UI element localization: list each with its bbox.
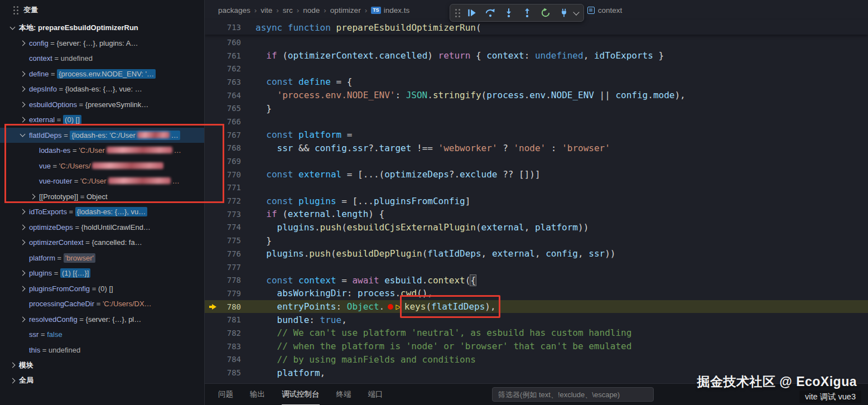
toolbar-drag-grip-icon[interactable] bbox=[455, 9, 460, 17]
breadcrumb-item[interactable]: TSindex.ts bbox=[371, 6, 409, 15]
breakpoint-margin[interactable] bbox=[205, 208, 220, 221]
breakpoint-margin[interactable] bbox=[205, 89, 220, 102]
line-number[interactable]: 785 bbox=[220, 368, 241, 377]
breakpoint-margin[interactable] bbox=[205, 221, 220, 234]
scope-row[interactable]: 全局 bbox=[0, 373, 204, 389]
variable-row[interactable]: idToExports = {lodash-es: {…}, vu… bbox=[0, 204, 204, 220]
console-filter-input[interactable] bbox=[492, 387, 654, 402]
code-text[interactable]: } bbox=[241, 235, 272, 246]
breadcrumb-item[interactable]: node bbox=[303, 6, 320, 15]
line-number[interactable]: 783 bbox=[220, 342, 241, 351]
line-number[interactable]: 760 bbox=[220, 38, 241, 47]
breakpoint-margin[interactable] bbox=[205, 353, 220, 367]
code-text[interactable]: platform, bbox=[241, 368, 325, 378]
step-into-button[interactable] bbox=[502, 6, 515, 20]
breadcrumb-item[interactable]: vite bbox=[261, 6, 272, 15]
code-text[interactable]: const plugins = [...pluginsFromConfig] bbox=[241, 196, 470, 206]
variable-row[interactable]: lodash-es = 'C:/User… bbox=[0, 143, 204, 158]
variable-row[interactable]: external = (0) [] bbox=[0, 112, 204, 128]
line-number[interactable]: 781 bbox=[220, 315, 241, 324]
breakpoint-margin[interactable] bbox=[205, 287, 220, 300]
breakpoint-margin[interactable] bbox=[205, 75, 220, 89]
breakpoint-margin[interactable] bbox=[205, 273, 220, 287]
line-number[interactable]: 766 bbox=[220, 117, 241, 126]
line-number[interactable]: 780 bbox=[220, 302, 241, 311]
step-over-button[interactable] bbox=[484, 6, 497, 20]
line-number[interactable]: 778 bbox=[220, 276, 241, 285]
breadcrumb-item[interactable]: src bbox=[283, 6, 293, 15]
panel-tab[interactable]: 问题 bbox=[218, 384, 233, 405]
line-number[interactable]: 772 bbox=[220, 196, 241, 205]
line-number[interactable]: 775 bbox=[220, 236, 241, 245]
breakpoint-margin[interactable] bbox=[205, 142, 220, 155]
code-text[interactable]: 'process.env.NODE_ENV': JSON.stringify(p… bbox=[241, 90, 686, 100]
variable-row[interactable]: platform = 'browser' bbox=[0, 250, 204, 266]
variable-row[interactable]: pluginsFromConfig = (0) [] bbox=[0, 281, 204, 297]
variable-row[interactable]: processingCacheDir = 'C:/Users/DX… bbox=[0, 296, 204, 312]
breakpoint-margin[interactable] bbox=[205, 62, 220, 75]
variable-row[interactable]: ssr = false bbox=[0, 327, 204, 343]
line-number[interactable]: 782 bbox=[220, 329, 241, 338]
variable-row[interactable]: [[Prototype]] = Object bbox=[0, 189, 204, 205]
breakpoint-margin[interactable] bbox=[205, 49, 220, 62]
variable-row[interactable]: plugins = (1) [{…}] bbox=[0, 266, 204, 281]
line-number[interactable]: 777 bbox=[220, 263, 241, 272]
panel-tab[interactable]: 输出 bbox=[250, 384, 265, 405]
code-text[interactable]: entryPoints: Object.▷keys(flatIdDeps), bbox=[241, 300, 498, 314]
variable-row[interactable]: flatIdDeps = {lodash-es: 'C:/User… bbox=[0, 128, 204, 143]
line-number[interactable]: 779 bbox=[220, 289, 241, 298]
line-number[interactable]: 773 bbox=[220, 210, 241, 219]
code-text[interactable]: plugins.push(esbuildCjsExternalPlugin(ex… bbox=[241, 222, 589, 233]
panel-tab[interactable]: 终端 bbox=[336, 384, 351, 405]
breakpoint-margin[interactable] bbox=[205, 115, 220, 128]
line-number[interactable]: 776 bbox=[220, 249, 241, 258]
breadcrumb-item[interactable]: context bbox=[587, 6, 623, 15]
code-text[interactable]: plugins.push(esbuildDepPlugin(flatIdDeps… bbox=[241, 248, 615, 259]
code-text[interactable]: } bbox=[241, 103, 272, 114]
breadcrumb-item[interactable]: optimizer bbox=[330, 6, 361, 15]
variable-row[interactable]: define = {process.env.NODE_ENV: '… bbox=[0, 66, 204, 82]
panel-tab[interactable]: 端口 bbox=[368, 384, 383, 405]
variable-row[interactable]: config = {server: {…}, plugins: A… bbox=[0, 36, 204, 51]
code-text[interactable]: const context = await esbuild.context({ bbox=[241, 275, 476, 286]
breakpoint-margin[interactable] bbox=[205, 155, 220, 168]
line-number[interactable]: 765 bbox=[220, 104, 241, 113]
breakpoint-margin[interactable] bbox=[205, 102, 220, 115]
variable-row[interactable]: context = undefined bbox=[0, 51, 204, 66]
code-text[interactable]: async function prepareEsbuildOptimizerRu… bbox=[241, 22, 481, 33]
variable-row[interactable]: esbuildOptions = {preserveSymlink… bbox=[0, 97, 204, 113]
breakpoint-margin[interactable] bbox=[205, 234, 220, 247]
line-number[interactable]: 770 bbox=[220, 170, 241, 179]
chevron-down-icon[interactable] bbox=[573, 9, 579, 15]
step-out-button[interactable] bbox=[520, 6, 534, 20]
code-text[interactable]: const platform = bbox=[241, 129, 352, 140]
line-number[interactable]: 771 bbox=[220, 183, 241, 192]
variable-row[interactable]: optimizeDeps = {holdUntilCrawlEnd… bbox=[0, 220, 204, 235]
line-number[interactable]: 762 bbox=[220, 64, 241, 73]
disconnect-button[interactable] bbox=[557, 6, 571, 20]
code-text[interactable]: // We can't use platform 'neutral', as e… bbox=[241, 327, 631, 338]
line-number[interactable]: 768 bbox=[220, 143, 241, 152]
code-text[interactable]: const define = { bbox=[241, 76, 352, 87]
code-text[interactable]: // when the platform is 'node' or 'brows… bbox=[241, 341, 631, 351]
line-number[interactable]: 763 bbox=[220, 78, 241, 86]
code-text[interactable]: if (optimizerContext.cancelled) return {… bbox=[241, 50, 664, 61]
line-number[interactable]: 769 bbox=[220, 157, 241, 166]
variable-row[interactable]: this = undefined bbox=[0, 343, 204, 358]
code-text[interactable]: // by using mainFields and conditions bbox=[241, 354, 476, 365]
code-text[interactable]: if (external.length) { bbox=[241, 209, 384, 219]
variable-row[interactable]: depsInfo = {lodash-es: {…}, vue: … bbox=[0, 81, 204, 97]
breakpoint-margin[interactable] bbox=[205, 181, 220, 195]
breakpoint-margin[interactable] bbox=[205, 313, 220, 326]
line-number[interactable]: 784 bbox=[220, 355, 241, 364]
panel-tab[interactable]: 调试控制台 bbox=[282, 384, 320, 405]
continue-button[interactable] bbox=[465, 6, 479, 20]
variable-row[interactable]: vue = 'C:/Users/ bbox=[0, 158, 204, 174]
code-text[interactable]: bundle: true, bbox=[241, 315, 347, 325]
line-number[interactable]: 764 bbox=[220, 91, 241, 100]
breadcrumb-item[interactable]: packages bbox=[218, 6, 250, 15]
breakpoint-margin[interactable] bbox=[205, 194, 220, 208]
scope-row[interactable]: 本地: prepareEsbuildOptimizerRun bbox=[0, 20, 204, 36]
breakpoint-margin[interactable] bbox=[205, 261, 220, 274]
scope-row[interactable]: 模块 bbox=[0, 358, 204, 373]
